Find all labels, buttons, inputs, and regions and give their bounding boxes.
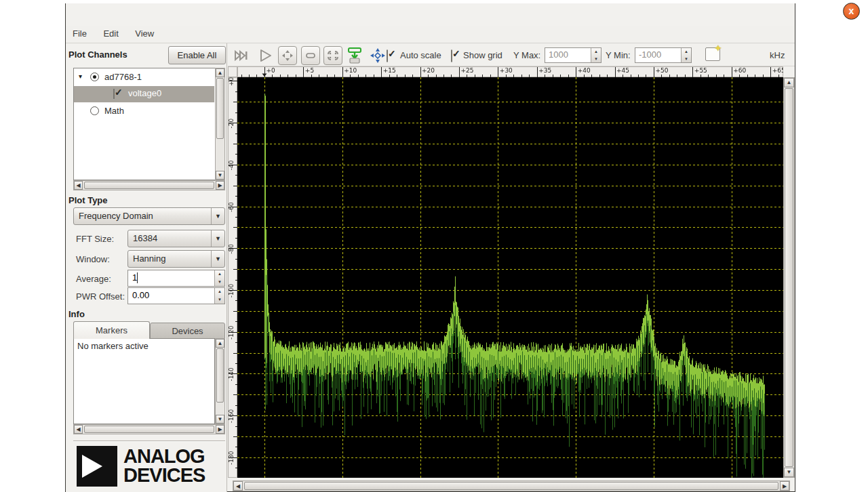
window-label: Window: [76,254,110,264]
play-button[interactable] [256,46,275,65]
scroll-left-icon[interactable]: ◀ [233,481,243,491]
show-grid-label: Show grid [463,50,502,60]
chevron-down-icon: ▼ [211,208,224,224]
math-radio[interactable] [90,106,99,115]
enable-all-button[interactable]: Enable All [168,46,226,64]
scroll-left-icon[interactable]: ◀ [74,425,83,434]
scroll-right-icon[interactable]: ▶ [216,181,224,190]
y-min-spinbox[interactable]: -1000 ▲▼ [635,47,692,63]
average-spinbox[interactable]: 1 ▲▼ [127,270,225,287]
scroll-up-icon[interactable]: ▲ [784,78,794,87]
spinner-arrows[interactable]: ▲▼ [681,48,691,62]
device-label: ad7768-1 [104,72,142,82]
scroll-down-icon[interactable]: ▼ [216,171,224,180]
move-cross-icon [368,46,387,65]
new-plot-button[interactable]: ✦ [705,47,720,61]
tree-hscroll-thumb[interactable] [84,182,214,189]
auto-scale-checkbox[interactable] [387,49,388,62]
plot-vscrollbar[interactable]: ▲ ▼ [783,77,795,478]
zoom-out-button[interactable] [301,46,320,65]
close-icon: x [849,5,854,16]
scroll-up-icon[interactable]: ▲ [216,339,224,348]
menu-file[interactable]: File [66,26,94,41]
tab-markers[interactable]: Markers [73,321,150,339]
menu-edit[interactable]: Edit [96,26,125,41]
y-max-value: 1000 [549,49,568,60]
tree-vscrollbar[interactable]: ▲ ▼ [215,68,225,180]
fft-size-combo[interactable]: 16384 ▼ [127,230,225,247]
chevron-down-icon: ▼ [211,251,224,267]
menu-view[interactable]: View [128,26,161,41]
channels-layout-button[interactable] [323,46,342,65]
scroll-up-icon[interactable]: ▲ [216,68,224,77]
y-max-spinbox[interactable]: 1000 ▲▼ [545,47,601,63]
chevron-down-icon: ▼ [211,230,224,247]
scroll-right-icon[interactable]: ▶ [216,425,224,434]
fft-size-value: 16384 [133,230,157,247]
pan-move-button[interactable] [368,46,387,65]
fft-plot-canvas[interactable] [237,77,783,478]
logo-text-line2: DEVICES [123,466,205,485]
scroll-left-icon[interactable]: ◀ [74,181,83,190]
spinner-arrows[interactable]: ▲▼ [591,48,601,62]
dmm-button[interactable] [345,46,364,65]
pwr-offset-label: PWR Offset: [76,291,125,302]
scroll-down-icon[interactable]: ▼ [216,415,224,424]
markers-hscrollbar[interactable]: ◀ ▶ [73,424,225,434]
logo-triangle-icon [82,455,102,478]
close-button[interactable]: x [843,3,860,20]
markers-hscroll-thumb[interactable] [84,426,214,433]
markers-text: No markers active [77,341,149,351]
scroll-down-icon[interactable]: ▼ [784,468,794,477]
tree-vscroll-thumb[interactable] [216,78,224,139]
markers-vscrollbar[interactable]: ▲ ▼ [215,338,225,424]
menu-bar: File Edit View [66,26,795,43]
y-min-value: -1000 [639,49,661,60]
capture-once-button[interactable] [232,46,251,65]
window-combo[interactable]: Hanning ▼ [127,250,225,268]
device-radio[interactable] [90,73,99,81]
tree-hscrollbar[interactable]: ◀ ▶ [73,180,225,190]
plot-type-value: Frequency Domain [79,208,153,224]
connectors-icon [324,47,342,64]
plot-hscrollbar[interactable]: ◀ ▶ [233,480,790,491]
plot-type-combo[interactable]: Frequency Domain ▼ [73,207,225,225]
y-axis-ruler [228,77,237,478]
tab-devices[interactable]: Devices [150,323,225,339]
skip-forward-icon [232,46,251,65]
logo-text-line1: ANALOG [123,447,205,466]
average-label: Average: [76,274,111,284]
markers-textarea[interactable]: No markers active [73,338,215,424]
channel-checkbox[interactable] [113,88,115,100]
plot-vscroll-thumb[interactable] [785,88,793,467]
tree-row-channel[interactable]: voltage0 [74,86,214,102]
pwr-offset-spinbox[interactable]: 0.00 ▲▼ [127,287,225,304]
window-value: Hanning [133,251,165,267]
y-min-label: Y Min: [606,50,631,60]
channel-tree: ▾ ad7768-1 voltage0 Math [73,68,225,180]
expand-arrows-icon [279,47,296,64]
x-axis-ruler [237,66,783,77]
info-header: Info [68,309,85,319]
show-grid-checkbox[interactable] [451,49,452,62]
math-label: Math [104,106,124,116]
plot-channels-header: Plot Channels [68,49,127,60]
tree-row-math[interactable]: Math [74,104,224,120]
y-max-label: Y Max: [513,50,540,60]
fft-size-label: FFT Size: [76,234,114,244]
spinner-arrows[interactable]: ▲▼ [214,270,224,286]
expander-icon[interactable]: ▾ [79,73,82,80]
ruler-corner [228,66,237,77]
scroll-right-icon[interactable]: ▶ [780,481,789,491]
pwr-offset-value: 0.00 [132,290,149,300]
fullscreen-button[interactable] [278,46,297,65]
play-icon [256,46,275,65]
analog-devices-logo-icon [77,446,117,487]
plot-type-header: Plot Type [68,195,108,205]
markers-vscroll-thumb[interactable] [216,348,224,403]
channel-label: voltage0 [128,88,161,98]
spinner-arrows[interactable]: ▲▼ [214,288,224,304]
tree-row-device[interactable]: ▾ ad7768-1 [74,70,224,86]
plot-hscroll-thumb[interactable] [244,482,778,490]
device-download-icon [345,46,364,65]
